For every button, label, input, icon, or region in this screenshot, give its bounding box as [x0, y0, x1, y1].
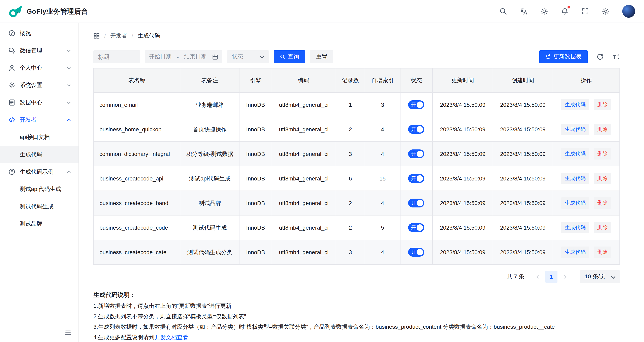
filter-bar: 开始日期 - 结束日期 状态 — [94, 50, 620, 63]
sidebar-item-developer[interactable]: 开发者 — [0, 111, 78, 129]
delete-button[interactable]: 删除 — [594, 124, 612, 135]
page-size-select[interactable]: 10 条/页 — [580, 270, 620, 283]
search-button[interactable]: 查询 — [274, 50, 305, 63]
gofly-logo-icon — [9, 5, 22, 18]
theme-icon[interactable] — [540, 7, 548, 15]
sidebar-item-label: 生成代码示例 — [20, 168, 62, 175]
generate-code-button[interactable]: 生成代码 — [561, 173, 589, 184]
topbar: GoFly业务管理后台 — [0, 0, 644, 23]
cell-table-name: business_createcode_api — [94, 166, 180, 191]
sidebar-item-overview[interactable]: 概况 — [0, 25, 78, 42]
refresh-icon[interactable] — [596, 53, 604, 61]
cell-encoding: utf8mb4_general_ci — [272, 166, 336, 191]
cell-auto-increment: 5 — [365, 215, 400, 240]
sidebar-item-personal[interactable]: 个人中心 — [0, 59, 78, 77]
chevron-down-icon — [610, 274, 615, 279]
sidebar-item-data-center[interactable]: 数据中心 — [0, 94, 78, 111]
cell-created: 2023/8/4 15:50:09 — [493, 93, 553, 117]
status-select[interactable]: 状态 — [227, 50, 269, 63]
generate-code-button[interactable]: 生成代码 — [561, 197, 589, 209]
cell-status: 开 — [400, 191, 432, 215]
cell-table-name: business_createcode_code — [94, 215, 180, 240]
sidebar-item-api-docs[interactable]: api接口文档 — [0, 129, 78, 146]
cell-records: 3 — [336, 240, 365, 264]
generate-code-button[interactable]: 生成代码 — [561, 99, 589, 110]
gear-icon[interactable] — [602, 7, 610, 15]
cell-updated: 2023/8/4 15:50:09 — [432, 93, 493, 117]
prev-page-icon[interactable] — [532, 271, 543, 283]
cell-auto-increment: 15 — [365, 166, 400, 191]
breadcrumb-developer[interactable]: 开发者 — [110, 32, 127, 40]
user-avatar[interactable] — [622, 5, 635, 18]
next-page-icon[interactable] — [560, 271, 570, 283]
col-encoding: 编码 — [272, 68, 336, 93]
page-number-current[interactable]: 1 — [545, 271, 557, 283]
bell-icon[interactable] — [561, 7, 569, 15]
col-engine: 引擎 — [239, 68, 272, 93]
delete-button[interactable]: 删除 — [594, 99, 612, 110]
cell-records: 2 — [336, 215, 365, 240]
reset-button[interactable]: 重置 — [310, 50, 333, 63]
sidebar-item-test-brand[interactable]: 测试品牌 — [0, 215, 78, 232]
cell-remark: 测试代码生成分类 — [180, 240, 240, 264]
table-row: business_createcode_code 测试代码生成 InnoDB u… — [94, 215, 620, 240]
search-icon[interactable] — [499, 7, 507, 15]
sidebar-item-generate-code[interactable]: 生成代码 — [0, 146, 78, 163]
status-toggle[interactable]: 开 — [408, 125, 424, 134]
font-size-icon[interactable]: T — [612, 53, 620, 61]
sidebar-item-code-examples[interactable]: 生成代码示例 — [0, 163, 78, 180]
cell-remark: 测试代码生成 — [180, 215, 240, 240]
sidebar-item-test-code-gen[interactable]: 测试代码生成 — [0, 198, 78, 215]
status-toggle[interactable]: 开 — [408, 199, 424, 207]
generate-code-button[interactable]: 生成代码 — [561, 124, 589, 135]
delete-button[interactable]: 删除 — [594, 173, 612, 184]
update-table-button[interactable]: 更新数据表 — [539, 50, 588, 63]
example-icon — [8, 168, 15, 175]
pagination: 共 7 条 1 10 条/页 — [94, 270, 620, 283]
reset-button-label: 重置 — [316, 53, 327, 61]
cell-remark: 积分等级-测试数据 — [180, 142, 240, 166]
pagination-total: 共 7 条 — [507, 273, 524, 280]
cell-actions: 生成代码 删除 — [553, 240, 620, 264]
cell-actions: 生成代码 删除 — [553, 93, 620, 117]
status-toggle[interactable]: 开 — [408, 149, 424, 158]
cell-table-name: business_createcode_band — [94, 191, 180, 215]
generate-code-button[interactable]: 生成代码 — [561, 222, 589, 233]
cell-remark: 测试api代码生成 — [180, 166, 240, 191]
status-toggle[interactable]: 开 — [408, 248, 424, 257]
date-range-picker[interactable]: 开始日期 - 结束日期 — [145, 50, 222, 63]
delete-button[interactable]: 删除 — [594, 222, 612, 233]
cell-created: 2023/8/4 15:50:09 — [493, 215, 553, 240]
cell-encoding: utf8mb4_general_ci — [272, 215, 336, 240]
generate-code-button[interactable]: 生成代码 — [561, 148, 589, 160]
sidebar-item-settings[interactable]: 系统设置 — [0, 77, 78, 94]
generate-code-button[interactable]: 生成代码 — [561, 246, 589, 258]
delete-button[interactable]: 删除 — [594, 148, 612, 160]
fullscreen-icon[interactable] — [581, 7, 589, 15]
col-created: 创建时间 — [493, 68, 553, 93]
breadcrumb-separator: / — [132, 33, 133, 39]
translate-icon[interactable] — [520, 7, 528, 15]
status-toggle[interactable]: 开 — [408, 174, 424, 183]
grid-icon[interactable] — [94, 33, 100, 39]
status-toggle[interactable]: 开 — [408, 223, 424, 232]
sidebar-item-test-api-gen[interactable]: 测试api代码生成 — [0, 180, 78, 198]
toggle-knob — [417, 224, 423, 231]
col-remark: 表备注 — [180, 68, 240, 93]
cell-auto-increment: 3 — [365, 93, 400, 117]
cell-auto-increment: 4 — [365, 191, 400, 215]
sidebar-item-label: 测试代码生成 — [20, 203, 54, 210]
cell-records: 3 — [336, 142, 365, 166]
cell-actions: 生成代码 删除 — [553, 191, 620, 215]
status-toggle[interactable]: 开 — [408, 100, 424, 109]
doc-link[interactable]: 开发文档查看 — [154, 334, 188, 340]
delete-button[interactable]: 删除 — [594, 197, 612, 209]
title-input[interactable] — [94, 50, 140, 63]
chevron-up-icon — [66, 169, 71, 174]
collapse-sidebar-icon[interactable] — [64, 329, 72, 336]
breadcrumb: / 开发者 / 生成代码 — [94, 32, 620, 40]
delete-button[interactable]: 删除 — [594, 246, 612, 258]
sidebar-item-label: 微信管理 — [20, 47, 62, 54]
col-auto-increment: 自增索引 — [365, 68, 400, 93]
sidebar-item-wechat[interactable]: 微信管理 — [0, 42, 78, 59]
